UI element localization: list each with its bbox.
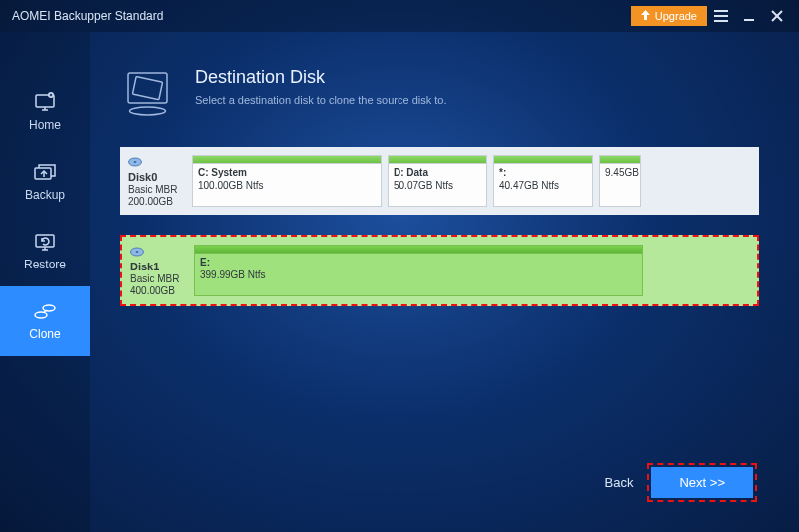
- app-window: AOMEI Backupper Standard Upgrade Home: [0, 0, 799, 532]
- disk-list: Disk0Basic MBR200.00GBC: System100.00GB …: [120, 147, 759, 306]
- disk-card[interactable]: Disk0Basic MBR200.00GBC: System100.00GB …: [120, 147, 759, 215]
- upgrade-label: Upgrade: [655, 10, 697, 22]
- sidebar-item-clone[interactable]: Clone: [0, 286, 90, 356]
- page-title: Destination Disk: [195, 67, 447, 88]
- sidebar-item-backup[interactable]: Backup: [0, 147, 90, 217]
- svg-point-15: [35, 312, 47, 318]
- minimize-button[interactable]: [735, 0, 763, 32]
- app-title: AOMEI Backupper Standard: [8, 9, 163, 23]
- disk-name: Disk0: [128, 171, 186, 183]
- svg-point-24: [136, 251, 139, 253]
- close-button[interactable]: [763, 0, 791, 32]
- menu-button[interactable]: [707, 0, 735, 32]
- partition-usage-bar: [600, 156, 640, 164]
- partition-detail: 399.99GB Ntfs: [200, 269, 637, 282]
- disk-size: 200.00GB: [128, 196, 186, 207]
- titlebar: AOMEI Backupper Standard Upgrade: [0, 0, 799, 32]
- svg-point-16: [43, 305, 55, 311]
- disk-name: Disk1: [130, 261, 188, 272]
- disk-info: Disk0Basic MBR200.00GB: [128, 155, 186, 207]
- upgrade-button[interactable]: Upgrade: [631, 6, 707, 26]
- partition-list: C: System100.00GB NtfsD: Data50.07GB Ntf…: [192, 155, 751, 207]
- disk-icon: [128, 157, 186, 169]
- sidebar: Home Backup Restore Clone: [0, 32, 90, 532]
- partition[interactable]: 9.45GB: [599, 155, 641, 207]
- partition-label: C: System: [198, 167, 376, 180]
- disk-scheme: Basic MBR: [128, 184, 186, 195]
- restore-icon: [33, 232, 57, 252]
- sidebar-item-label: Clone: [29, 327, 60, 341]
- disk-size: 400.00GB: [130, 285, 188, 296]
- svg-point-22: [134, 161, 137, 163]
- clone-icon: [33, 301, 57, 321]
- partition-usage-bar: [195, 246, 642, 254]
- sidebar-item-label: Restore: [24, 258, 66, 271]
- footer: Back Next >>: [120, 453, 759, 512]
- partition[interactable]: C: System100.00GB Ntfs: [192, 155, 382, 207]
- partition-label: *:: [499, 167, 587, 180]
- svg-rect-19: [132, 76, 162, 99]
- sidebar-item-label: Home: [29, 118, 61, 132]
- partition-detail: 50.07GB Ntfs: [394, 180, 481, 193]
- svg-rect-10: [35, 168, 51, 179]
- partition-usage-bar: [494, 156, 592, 164]
- partition-detail: 40.47GB Ntfs: [499, 180, 587, 193]
- next-button[interactable]: Next >>: [651, 467, 753, 498]
- partition-detail: 100.00GB Ntfs: [198, 180, 376, 193]
- sidebar-item-label: Backup: [25, 188, 65, 202]
- sidebar-item-home[interactable]: Home: [0, 77, 90, 147]
- destination-disk-hero-icon: [120, 67, 175, 122]
- disk-icon: [130, 247, 188, 259]
- home-icon: [33, 92, 57, 112]
- sidebar-item-restore[interactable]: Restore: [0, 217, 90, 286]
- back-button[interactable]: Back: [605, 475, 634, 490]
- disk-scheme: Basic MBR: [130, 273, 188, 284]
- partition-label: D: Data: [394, 167, 481, 180]
- backup-icon: [33, 162, 57, 182]
- svg-point-20: [130, 107, 166, 115]
- partition[interactable]: *:40.47GB Ntfs: [493, 155, 593, 207]
- partition-detail: 9.45GB: [605, 167, 635, 180]
- disk-card[interactable]: Disk1Basic MBR400.00GBE:399.99GB Ntfs: [120, 235, 759, 306]
- page-subtitle: Select a destination disk to clone the s…: [195, 94, 447, 106]
- partition-usage-bar: [193, 156, 381, 164]
- partition-label: E:: [200, 257, 637, 269]
- partition-usage-bar: [389, 156, 486, 164]
- disk-info: Disk1Basic MBR400.00GB: [130, 245, 188, 296]
- main-content: Destination Disk Select a destination di…: [90, 32, 799, 532]
- upgrade-arrow-icon: [641, 10, 650, 22]
- partition[interactable]: D: Data50.07GB Ntfs: [388, 155, 487, 207]
- partition-list: E:399.99GB Ntfs: [194, 245, 749, 296]
- partition[interactable]: E:399.99GB Ntfs: [194, 245, 643, 296]
